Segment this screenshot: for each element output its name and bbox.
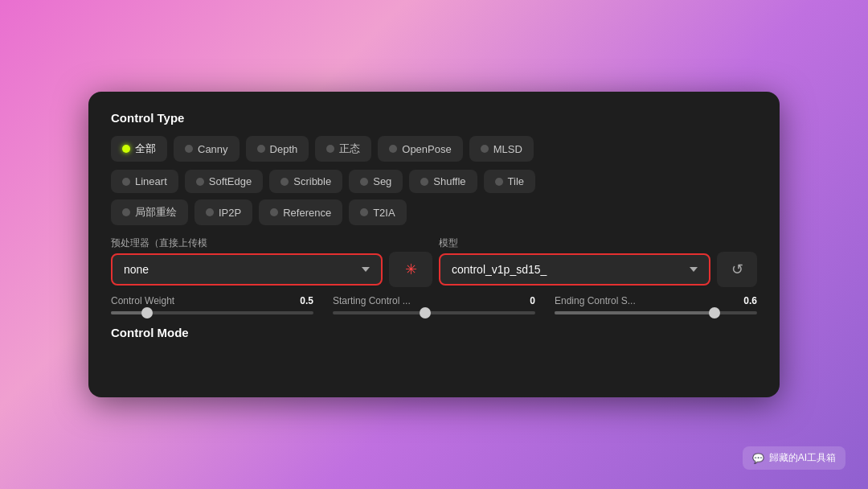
model-dropdown[interactable]: control_v1p_sd15_ [439,253,710,286]
control-type-row2: Lineart SoftEdge Scribble Seg Shuffle Ti… [111,170,757,193]
ending-control-label: Ending Control S... [555,295,636,306]
radio-reference[interactable]: Reference [259,199,342,225]
radio-dot-openpose [389,145,397,153]
radio-dot-全部 [122,145,130,153]
dropdown-arrow-preprocessor [362,267,370,272]
control-weight-label: Control Weight [111,295,174,306]
watermark: 💬 歸藏的AI工具箱 [743,446,845,470]
control-type-row1: 全部 Canny Depth 正态 OpenPose MLSD [111,136,757,162]
radio-lineart[interactable]: Lineart [111,170,178,193]
dropdown-arrow-model [690,267,698,272]
radio-dot-depth [257,145,265,153]
control-weight-thumb[interactable] [141,307,153,318]
starting-control-value: 0 [530,295,535,306]
radio-t2ia[interactable]: T2IA [349,199,406,225]
controls-sliders-row: Control Weight 0.5 Starting Control ... … [111,295,757,314]
model-sublabel: 模型 [439,237,458,249]
radio-ip2p[interactable]: IP2P [194,199,252,225]
radio-tile[interactable]: Tile [484,170,535,193]
control-type-title: Control Type [111,111,757,125]
refresh-button[interactable]: ↺ [717,252,757,287]
radio-dot-canny [185,145,193,153]
control-mode-title: Control Mode [111,326,757,339]
radio-shuffle[interactable]: Shuffle [409,170,477,193]
starting-control-track[interactable] [333,311,535,314]
radio-mlsd[interactable]: MLSD [469,136,534,162]
radio-seg[interactable]: Seg [349,170,403,193]
preprocessor-sublabel: 预处理器（直接上传模 [111,237,207,249]
ending-control-value: 0.6 [743,295,757,306]
control-panel: Control Type 全部 Canny Depth 正态 OpenPose [88,92,780,397]
radio-depth[interactable]: Depth [246,136,309,162]
control-weight-track[interactable] [111,311,313,314]
radio-dot-mlsd [481,145,489,153]
ending-control-fill [555,311,713,314]
ending-control-track[interactable] [555,311,757,314]
starting-control-item: Starting Control ... 0 [333,295,535,314]
spark-button[interactable]: ✳ [389,252,432,287]
radio-scribble[interactable]: Scribble [269,170,342,193]
radio-全部[interactable]: 全部 [111,136,167,162]
radio-局部重绘[interactable]: 局部重绘 [111,199,188,225]
refresh-icon: ↺ [731,261,743,278]
control-type-row3: 局部重绘 IP2P Reference T2IA [111,199,757,225]
ending-control-item: Ending Control S... 0.6 [555,295,757,314]
ending-control-thumb[interactable] [709,307,720,318]
spark-icon: ✳ [405,261,417,278]
radio-softedge[interactable]: SoftEdge [185,170,264,193]
radio-正态[interactable]: 正态 [315,136,371,162]
radio-openpose[interactable]: OpenPose [378,136,462,162]
radio-dot-正态 [326,145,334,153]
wechat-icon: 💬 [752,453,764,464]
watermark-text: 歸藏的AI工具箱 [769,451,836,465]
control-weight-item: Control Weight 0.5 [111,295,313,314]
starting-control-label: Starting Control ... [333,295,411,306]
control-weight-value: 0.5 [300,295,313,306]
radio-canny[interactable]: Canny [174,136,240,162]
starting-control-thumb[interactable] [420,307,431,318]
preprocessor-dropdown[interactable]: none [111,253,383,286]
